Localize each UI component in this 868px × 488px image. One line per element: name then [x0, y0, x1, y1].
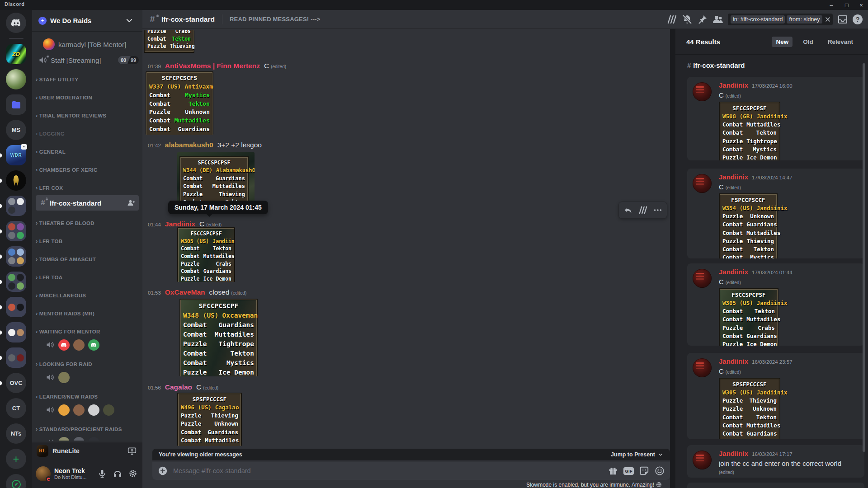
category-theatre-of-blood[interactable]: ›THEATRE OF BLOOD: [36, 218, 139, 229]
pin-icon[interactable]: [697, 14, 708, 25]
members-icon[interactable]: [712, 14, 723, 25]
category-lfr-toa[interactable]: ›LFR TOA: [36, 272, 139, 283]
search-input[interactable]: in: #lfr-cox-standard from: sidney: [728, 14, 833, 25]
headphones-icon[interactable]: [112, 468, 123, 479]
message-author[interactable]: Jandiinix: [719, 268, 748, 276]
message-author[interactable]: AntiVaxMoms | Finn Mertenz: [165, 62, 260, 70]
category-trial-mentor-reviews[interactable]: ›TRIAL MENTOR REVIEWS: [36, 110, 139, 121]
message-author[interactable]: Jandiinix: [165, 220, 195, 228]
server-header[interactable]: ✦ We Do Raids: [32, 10, 142, 32]
gif-picker-icon[interactable]: GIF: [623, 467, 634, 475]
home-discord-icon[interactable]: [6, 13, 26, 33]
more-actions-icon[interactable]: [653, 205, 663, 215]
message-author[interactable]: Jandiinix: [719, 357, 748, 365]
server-apple[interactable]: [6, 69, 26, 89]
mic-icon[interactable]: [96, 468, 108, 479]
category-tombs-of-amascut[interactable]: ›TOMBS OF AMASCUT: [36, 254, 139, 265]
voice-user-avatar[interactable]: [58, 372, 70, 383]
user-info[interactable]: Neon Trek Do Not Distu...: [54, 467, 93, 480]
minimize-button[interactable]: –: [825, 0, 838, 10]
folder-group-f[interactable]: [6, 322, 26, 343]
channel-topic[interactable]: READ PINNED MESSAGES! --->: [230, 16, 662, 23]
older-messages-bar[interactable]: You're viewing older messages Jump to Pr…: [152, 449, 670, 460]
raid-table-attachment[interactable]: SCFCPCSCFSW337 (US)AntivaxmomsCombatMyst…: [146, 71, 213, 135]
message-author[interactable]: Jandiinix: [719, 450, 748, 457]
message-author[interactable]: Cagalao: [165, 383, 192, 391]
category-lfr-cox[interactable]: ›LFR COX: [36, 183, 139, 193]
tab-new[interactable]: New: [772, 37, 793, 47]
server-ct[interactable]: CT: [6, 398, 26, 418]
voice-user-avatar[interactable]: [58, 437, 70, 441]
create-thread-icon[interactable]: [638, 205, 648, 215]
avatar[interactable]: [36, 466, 51, 481]
tab-old[interactable]: Old: [799, 37, 817, 47]
category-learner-new-raids[interactable]: ›LEARNER/NEW RAIDS: [36, 391, 139, 402]
category-chambers-of-xeric[interactable]: ›CHAMBERS OF XERIC: [36, 164, 139, 175]
folder-group-g[interactable]: [6, 347, 26, 368]
jump-to-present-button[interactable]: Jump to Present: [611, 451, 664, 458]
message-author[interactable]: Jandiinix: [719, 173, 748, 181]
raid-table-attachment[interactable]: SPSFPCCCSFW496 (US)CagalaoPuzzleThieving…: [177, 393, 242, 446]
create-invite-icon[interactable]: [127, 199, 135, 207]
gift-icon[interactable]: [608, 466, 618, 476]
search-filter-in[interactable]: in: #lfr-cox-standard: [731, 15, 785, 23]
folder-group-a[interactable]: [6, 196, 26, 216]
server-files-folder[interactable]: [6, 94, 26, 115]
server-wdr[interactable]: WDR: [6, 145, 26, 165]
search-filter-from[interactable]: from: sidney: [787, 15, 822, 23]
gear-icon[interactable]: [127, 468, 139, 479]
message-input[interactable]: [173, 467, 603, 474]
category-mentor-raids-mr-[interactable]: ›MENTOR RAIDS (MR): [36, 308, 139, 319]
voice-user-avatar[interactable]: [58, 404, 70, 416]
server-zd[interactable]: ZD: [6, 44, 26, 64]
server-helmet[interactable]: [6, 170, 26, 191]
search-result-message[interactable]: Jandiinix17/03/2024 01:44C(edited)FSCCSP…: [687, 263, 864, 346]
tab-relevant[interactable]: Relevant: [824, 37, 857, 47]
message-author[interactable]: alabamakush0: [165, 141, 213, 149]
raid-table-attachment[interactable]: FSPCCPSCCFW354 (US)JandiinixPuzzleUnknow…: [719, 193, 859, 258]
category-miscellaneous[interactable]: ›MISCELLANEOUS: [36, 290, 139, 301]
raid-table-attachment[interactable]: FSCCSPCPSFW305 (US)JandiinixCombatTekton…: [719, 288, 859, 346]
notifications-muted-icon[interactable]: [682, 14, 693, 25]
voice-user-avatar[interactable]: [73, 437, 85, 441]
results-scrollbar[interactable]: [863, 63, 865, 452]
category-logging[interactable]: ›LOGGING: [36, 128, 139, 139]
server-ms[interactable]: MS: [6, 120, 26, 140]
server-nts[interactable]: NTs: [6, 423, 26, 444]
folder-group-d[interactable]: [6, 272, 26, 292]
search-result-message[interactable]: Jandiinix17/03/2024 14:47C(edited)FSPCCP…: [687, 169, 864, 258]
raid-table-attachment[interactable]: PuzzleCrabsCombatTektonPuzzleThieving: [144, 30, 194, 53]
raid-table-attachment[interactable]: SFCCSPCPSFW344 (DE)Alabamakush0CombatGua…: [177, 152, 255, 206]
voice-user-avatar[interactable]: [73, 404, 85, 416]
add-server[interactable]: +: [6, 449, 26, 469]
help-icon[interactable]: ?: [853, 14, 863, 24]
maximize-button[interactable]: □: [840, 0, 854, 10]
category-user-moderation[interactable]: ›USER MODERATION: [36, 92, 139, 103]
voice-user-avatar[interactable]: [88, 339, 99, 351]
explore[interactable]: [6, 474, 26, 488]
voice-user-avatar[interactable]: [103, 404, 114, 416]
message-author[interactable]: Jandiinix: [719, 81, 748, 89]
voice-user-avatar[interactable]: [73, 339, 85, 351]
category-general[interactable]: ›GENERAL: [36, 146, 139, 157]
emoji-icon[interactable]: [655, 466, 665, 476]
category-staff-utility[interactable]: ›STAFF UTILITY: [36, 74, 139, 85]
category-looking-for-raid[interactable]: ›LOOKING FOR RAID: [36, 359, 139, 370]
server-ovc[interactable]: OVC: [6, 373, 26, 393]
voice-user-avatar[interactable]: [88, 404, 99, 416]
reply-icon[interactable]: [623, 205, 633, 215]
search-result-message[interactable]: Jandiinix16/03/2024 23:57C(edited)SPSFPC…: [687, 353, 864, 439]
raid-table-attachment[interactable]: FSCCSPCPSFW305 (US)JandiinixCombatTekton…: [177, 227, 235, 282]
message-author[interactable]: OxCaveMan: [165, 288, 205, 296]
raid-table-attachment[interactable]: SFCCSPCPSFW508 (GB)JandiinixCombatMuttad…: [719, 102, 859, 160]
raid-table-attachment[interactable]: SFCCPCSCPFW348 (US)OxcavemanCombatGuardi…: [179, 299, 258, 376]
attach-plus-icon[interactable]: [158, 466, 168, 476]
sidebar-item-lfr-cox-standard[interactable]: #lfr-cox-standard: [36, 195, 139, 211]
search-result-message[interactable]: Jandiinix16/03/2024 17:17join the cc and…: [687, 445, 864, 478]
inbox-icon[interactable]: [837, 14, 848, 25]
category-standard-proficient-raids[interactable]: ›STANDARD/PROFICIENT RAIDS: [36, 424, 139, 435]
voice-channel-staff-streaming-[interactable]: Staff [Streaming]0099: [38, 53, 139, 67]
voice-user-avatar[interactable]: [58, 339, 70, 351]
category-lfr-tob[interactable]: ›LFR TOB: [36, 236, 139, 247]
raid-table-attachment[interactable]: SPSFPCCCSFW305 (US)JandiinixPuzzleThievi…: [719, 378, 859, 439]
